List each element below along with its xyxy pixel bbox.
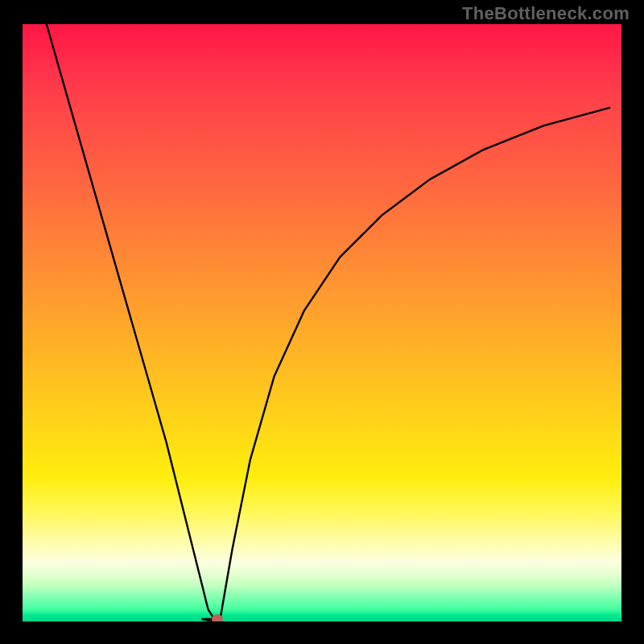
bottleneck-curve [47, 24, 609, 621]
chart-frame: TheBottleneck.com [0, 0, 644, 644]
watermark-text: TheBottleneck.com [462, 3, 630, 24]
plot-area [23, 24, 621, 621]
curve-svg [23, 24, 621, 621]
min-marker [212, 614, 223, 621]
